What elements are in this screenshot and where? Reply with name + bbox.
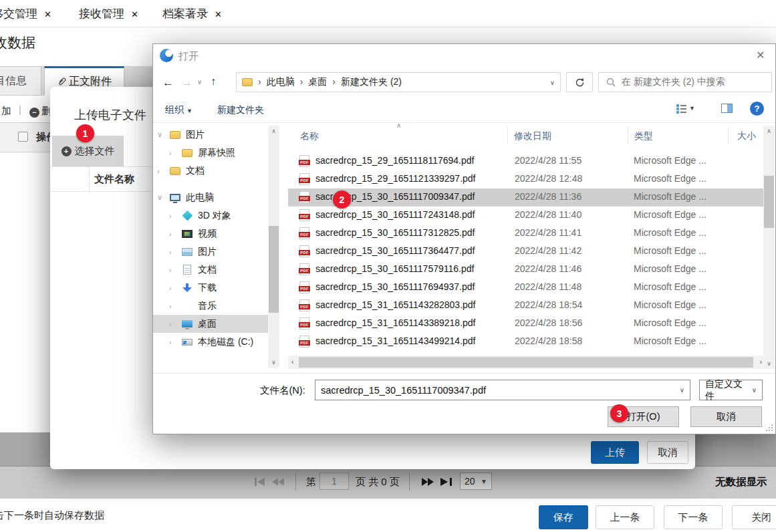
tree-chevron-icon[interactable]: › <box>169 320 180 328</box>
file-row[interactable]: sacredrcp_15_31_1651143389218.pdf 2022/4… <box>288 315 763 333</box>
file-name: sacredrcp_15_29_1651121339297.pdf <box>315 173 476 184</box>
tree-item[interactable]: › 下载 <box>153 279 268 297</box>
column-header-date[interactable]: 修改日期 <box>514 130 551 142</box>
filename-combobox[interactable]: ∨ <box>315 380 690 400</box>
tree-chevron-icon[interactable]: › <box>169 212 180 220</box>
scrollbar-thumb[interactable] <box>299 357 753 368</box>
tree-chevron-icon[interactable]: › <box>169 338 180 346</box>
dialog-cancel-button[interactable]: 取消 <box>690 406 762 427</box>
tree-chevron-icon[interactable]: › <box>157 167 168 175</box>
filename-input[interactable] <box>315 385 680 396</box>
tab-item-info[interactable]: 目信息 <box>0 66 41 96</box>
close-icon[interactable]: ✕ <box>44 9 51 19</box>
workspace-tab[interactable]: 移交管理✕ <box>0 6 51 21</box>
tree-scrollbar[interactable]: ∧ ∨ <box>268 126 279 368</box>
scroll-up-icon[interactable]: ∧ <box>268 128 279 134</box>
file-row[interactable]: sacredrcp_15_30_1651117694937.pdf 2022/4… <box>288 279 763 297</box>
tree-chevron-icon[interactable]: › <box>169 230 180 238</box>
file-row[interactable]: sacredrcp_15_30_1651117009347.pdf 2022/4… <box>288 188 763 207</box>
scrollbar-thumb[interactable] <box>269 226 279 313</box>
vertical-scrollbar[interactable]: ∧ ∨ <box>763 126 775 369</box>
breadcrumb-item[interactable]: 此电脑 <box>253 76 295 88</box>
add-button[interactable]: 加 <box>1 105 11 118</box>
tree-item[interactable]: ∨ 此电脑 <box>153 188 268 207</box>
tree-item[interactable]: ∨ 图片 <box>153 126 268 144</box>
tree-item[interactable]: › 3D 对象 <box>153 207 268 225</box>
tree-item-label: 此电脑 <box>186 192 214 204</box>
scroll-up-icon[interactable]: ∧ <box>763 128 775 134</box>
column-header-size[interactable]: 大小 <box>737 130 756 142</box>
tree-chevron-icon[interactable]: › <box>169 284 180 292</box>
save-button[interactable]: 保存 <box>539 505 588 529</box>
filetype-select[interactable]: 自定义文件 ∨ <box>699 380 763 400</box>
upload-cancel-button[interactable]: 取消 <box>647 441 688 464</box>
workspace-tab[interactable]: 接收管理✕ <box>79 6 138 21</box>
next-page-icon[interactable] <box>421 477 434 487</box>
tree-chevron-icon[interactable]: ∨ <box>157 193 168 202</box>
upload-button[interactable]: 上传 <box>591 441 639 464</box>
tree-item[interactable]: › 视频 <box>153 225 268 243</box>
file-row[interactable]: sacredrcp_15_31_1651143282803.pdf 2022/4… <box>288 297 763 315</box>
resize-grip[interactable] <box>771 430 773 431</box>
file-row[interactable]: sacredrcp_15_29_1651121339297.pdf 2022/4… <box>288 170 763 188</box>
address-bar[interactable]: 此电脑桌面新建文件夹 (2) ∨ <box>236 72 561 92</box>
workspace-tab[interactable]: 档案著录✕ <box>162 6 222 21</box>
file-date: 2022/4/28 12:48 <box>515 173 582 184</box>
scrollbar-thumb[interactable] <box>764 176 774 228</box>
filename-label: 文件名(N): <box>260 384 305 397</box>
tree-item[interactable]: › 文档 <box>153 261 268 279</box>
prev-record-button[interactable]: 上一条 <box>596 505 654 529</box>
chevron-down-icon[interactable]: ∨ <box>550 79 555 86</box>
page-size-select[interactable]: 20▼ <box>460 473 492 490</box>
tree-item[interactable]: › 屏幕快照 <box>153 144 268 162</box>
new-folder-button[interactable]: 新建文件夹 <box>217 104 264 116</box>
search-box[interactable]: 在 新建文件夹 (2) 中搜索 <box>598 72 772 92</box>
breadcrumb-item[interactable]: 桌面 <box>295 76 328 88</box>
tree-item[interactable]: › 桌面 <box>153 315 268 333</box>
preview-pane-icon[interactable] <box>721 104 733 113</box>
file-row[interactable]: sacredrcp_15_29_1651118117694.pdf 2022/4… <box>288 152 763 170</box>
first-page-icon[interactable] <box>254 477 267 487</box>
file-row[interactable]: sacredrcp_15_31_1651143499214.pdf 2022/4… <box>288 333 763 351</box>
scroll-down-icon[interactable]: ∨ <box>763 360 775 367</box>
tree-chevron-icon[interactable]: › <box>169 302 180 310</box>
select-all-checkbox[interactable] <box>18 132 28 142</box>
tree-item[interactable]: › 音乐 <box>153 297 268 315</box>
scroll-left-icon[interactable]: ‹ <box>291 358 293 366</box>
prev-page-icon[interactable] <box>271 477 285 487</box>
file-row[interactable]: sacredrcp_15_30_1651117312825.pdf 2022/4… <box>288 225 763 243</box>
horizontal-scrollbar[interactable]: ‹ › <box>288 356 765 369</box>
pdf-file-icon <box>299 299 309 311</box>
last-page-icon[interactable] <box>440 477 453 487</box>
tree-item[interactable]: › 图片 <box>153 243 268 261</box>
page-number-input[interactable] <box>319 473 349 490</box>
refresh-button[interactable] <box>566 72 593 92</box>
view-mode-button[interactable]: ▼ <box>676 104 695 113</box>
column-header-name[interactable]: 名称 <box>300 130 319 142</box>
up-icon[interactable]: ↑ <box>211 76 216 88</box>
file-row[interactable]: sacredrcp_15_30_1651117579116.pdf 2022/4… <box>288 261 763 279</box>
file-row[interactable]: sacredrcp_15_30_1651117364477.pdf 2022/4… <box>288 243 763 261</box>
file-type: Microsoft Edge ... <box>634 227 706 238</box>
column-header-type[interactable]: 类型 <box>634 130 653 142</box>
tree-item[interactable]: › 文档 <box>153 162 268 180</box>
tree-chevron-icon[interactable]: › <box>169 266 180 274</box>
scroll-down-icon[interactable]: ∨ <box>268 359 279 366</box>
history-chevron-icon[interactable]: ∨ <box>197 78 202 86</box>
close-page-button[interactable]: 关闭 <box>732 505 776 529</box>
chevron-down-icon[interactable]: ∨ <box>680 386 684 394</box>
organize-menu[interactable]: 组织▼ <box>165 104 192 116</box>
tree-chevron-icon[interactable]: ∨ <box>157 130 168 139</box>
close-icon[interactable]: ✕ <box>131 9 138 19</box>
help-button[interactable]: ? <box>750 102 764 116</box>
tree-chevron-icon[interactable]: › <box>169 248 180 256</box>
back-icon[interactable]: ← <box>162 76 174 90</box>
file-row[interactable]: sacredrcp_15_30_1651117243148.pdf 2022/4… <box>288 207 763 225</box>
close-icon[interactable]: ✕ <box>215 9 222 19</box>
scroll-right-icon[interactable]: › <box>760 358 762 366</box>
next-record-button[interactable]: 下一条 <box>664 505 723 529</box>
tree-item[interactable]: › 本地磁盘 (C:) <box>153 333 268 351</box>
tree-chevron-icon[interactable]: › <box>169 149 180 157</box>
breadcrumb-item[interactable]: 新建文件夹 (2) <box>327 76 402 88</box>
close-icon[interactable]: ✕ <box>756 49 765 61</box>
